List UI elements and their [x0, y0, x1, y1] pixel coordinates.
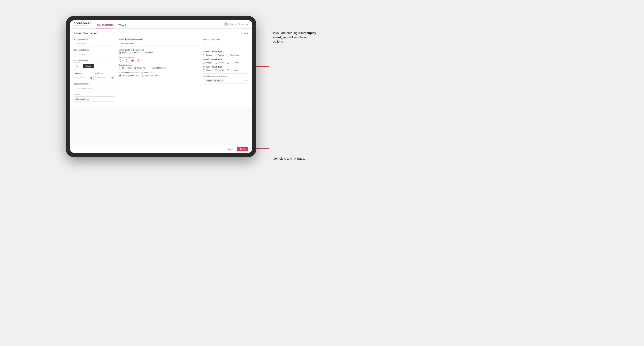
rounds-label: Number of rounds — [119, 56, 199, 58]
round3-singles[interactable]: Singles — [203, 69, 212, 71]
pipe-separator: | — [239, 23, 240, 25]
calendar-icon-end: 📅 — [111, 77, 114, 79]
api-group: Use third-party live scoring API? Leader… — [203, 75, 248, 83]
round3-radio-group: Singles Fourball Foursomes — [203, 69, 248, 71]
sponsor-input[interactable] — [74, 86, 115, 91]
tablet-frame: SCOREBOARD Powered by clippi TOURNAMENTS… — [66, 16, 256, 157]
logo-area: SCOREBOARD Powered by clippi — [74, 22, 91, 26]
gender-label: Which gender is the event for? — [119, 49, 199, 51]
round1-fourball[interactable]: Fourball — [215, 54, 224, 56]
api-tag: Leaderboard King ✕ — [204, 79, 224, 82]
scoring-label: Scoring system — [119, 64, 199, 66]
calendar-icon: 📅 — [90, 77, 92, 79]
round2-fourball[interactable]: Fourball — [215, 62, 224, 64]
teams-group: Is this event for Teams and/or Individua… — [119, 72, 199, 77]
sign-out-link[interactable]: Sign out — [241, 23, 248, 25]
form-columns: Tournament Host Tournament name Tourname… — [74, 38, 248, 104]
end-date-wrap: 📅 — [95, 75, 115, 80]
rounds-option-2[interactable]: 2 — [125, 59, 129, 62]
scoring-stroke-play[interactable]: Stroke Play — [119, 67, 132, 69]
form-container: Create Tournament ← Back Tournament Host… — [70, 29, 252, 107]
sponsor-label: Sponsor (optional) — [74, 83, 115, 85]
nav-right: Test User | Sign out — [224, 22, 248, 26]
save-button[interactable]: Save — [237, 147, 248, 152]
gender-option-combined[interactable]: Combined — [142, 52, 153, 54]
nav-tabs: TOURNAMENTS TEAMS — [96, 20, 127, 29]
gender-option-womens[interactable]: Womens — [129, 52, 139, 54]
gender-radio-group: Mens Womens Combined — [119, 52, 199, 54]
teams-option-teams[interactable]: Teams (+Individuals) — [119, 74, 139, 77]
start-date-wrap: 📅 — [74, 75, 94, 80]
page-title: Create Tournament — [74, 32, 98, 35]
main-content: Create Tournament ← Back Tournament Host… — [70, 29, 252, 145]
start-date-label: Start date — [74, 72, 94, 74]
round2-radio-group: Singles Fourball Foursomes — [203, 62, 248, 64]
round2-label: Round 2 - Match Type — [203, 58, 248, 60]
upload-button[interactable]: Upload — [83, 64, 94, 68]
round1-label: Round 1 - Match Type — [203, 51, 248, 53]
back-button[interactable]: ← Back — [241, 32, 248, 35]
rounds-option-3[interactable]: 3 — [131, 59, 136, 62]
scoring-medal-match-play[interactable]: Medal Match Play — [149, 67, 166, 69]
api-select-wrap[interactable]: Leaderboard King ✕ ▾ — [203, 78, 248, 83]
round1-radio-group: Singles Fourball Foursomes — [203, 54, 248, 56]
round1-singles[interactable]: Singles — [203, 54, 212, 56]
teams-option-individuals[interactable]: Individuals Only — [142, 74, 158, 77]
api-tag-value: Leaderboard King — [206, 80, 220, 82]
nav-left: SCOREBOARD Powered by clippi TOURNAMENTS… — [74, 20, 127, 29]
round3-match-type: Round 3 - Match Type Singles Fourball Fo… — [203, 66, 248, 71]
api-tag-remove[interactable]: ✕ — [221, 80, 223, 82]
gender-option-mens[interactable]: Mens — [119, 52, 127, 54]
tournament-host-group: Tournament Host — [74, 38, 115, 46]
logo-placeholder — [74, 62, 81, 70]
rounds-option-1[interactable]: 1 — [119, 59, 123, 62]
api-label: Use third-party live scoring API? — [203, 75, 248, 77]
top-nav: SCOREBOARD Powered by clippi TOURNAMENTS… — [70, 20, 252, 29]
logo-title: SCOREBOARD — [74, 22, 91, 24]
sponsor-group: Sponsor (optional) — [74, 83, 115, 91]
date-row: Start date 📅 End date 📅 — [74, 72, 115, 80]
tournament-name-input[interactable] — [74, 52, 115, 57]
tournament-name-label: Tournament name — [74, 49, 115, 51]
venue-select[interactable]: Search golf club — [74, 96, 115, 102]
round2-foursomes[interactable]: Foursomes — [227, 62, 239, 64]
tab-teams[interactable]: TEAMS — [118, 24, 127, 28]
annotation-bottom: Complete and hit Save. — [273, 156, 318, 161]
round2-singles[interactable]: Singles — [203, 62, 212, 64]
venue-label: Venue — [74, 94, 115, 96]
col-left: Tournament Host Tournament name Tourname… — [74, 38, 115, 104]
avatar — [224, 22, 228, 26]
round3-fourball[interactable]: Fourball — [215, 69, 224, 71]
divider-1 — [203, 49, 248, 49]
annotation-right: If you are creating a matchplay event, y… — [273, 31, 318, 44]
tab-tournaments[interactable]: TOURNAMENTS — [96, 24, 114, 28]
round3-foursomes[interactable]: Foursomes — [227, 69, 239, 71]
cancel-button[interactable]: Cancel — [225, 147, 235, 152]
tournament-host-label: Tournament Host — [74, 38, 115, 40]
tournament-host-input[interactable] — [74, 41, 115, 46]
scoring-radio-group: Stroke Play Match Play Medal Match Play — [119, 67, 199, 69]
max-team-size-input[interactable] — [203, 41, 213, 46]
teams-label: Is this event for Teams and/or Individua… — [119, 72, 199, 74]
rounds-group: Number of rounds 1 2 3 — [119, 56, 199, 62]
division-select[interactable]: NCAA Division I — [119, 41, 199, 46]
gender-group: Which gender is the event for? Mens Wome… — [119, 49, 199, 54]
round3-label: Round 3 - Match Type — [203, 66, 248, 68]
round1-foursomes[interactable]: Foursomes — [227, 54, 239, 56]
end-date-group: End date 📅 — [95, 72, 115, 80]
tournament-logo-group: Tournament logo Upload — [74, 60, 115, 70]
col-right: Maximum Team Size Round 1 - Match Type S… — [203, 38, 248, 104]
divider-2 — [203, 73, 248, 74]
tablet-screen: SCOREBOARD Powered by clippi TOURNAMENTS… — [70, 20, 252, 153]
logo-upload-area: Upload — [74, 62, 115, 70]
tournament-name-group: Tournament name — [74, 49, 115, 57]
division-group: Which division is the event for? NCAA Di… — [119, 38, 199, 46]
scoring-match-play[interactable]: Match Play — [134, 67, 146, 69]
division-label: Which division is the event for? — [119, 38, 199, 40]
round2-match-type: Round 2 - Match Type Singles Fourball Fo… — [203, 58, 248, 64]
max-team-size-group: Maximum Team Size — [203, 38, 248, 46]
rounds-option-4[interactable]: 4 — [138, 59, 142, 62]
rounds-radio-group: 1 2 3 4 — [119, 59, 199, 62]
form-header: Create Tournament ← Back — [74, 32, 248, 35]
start-date-group: Start date 📅 — [74, 72, 94, 80]
